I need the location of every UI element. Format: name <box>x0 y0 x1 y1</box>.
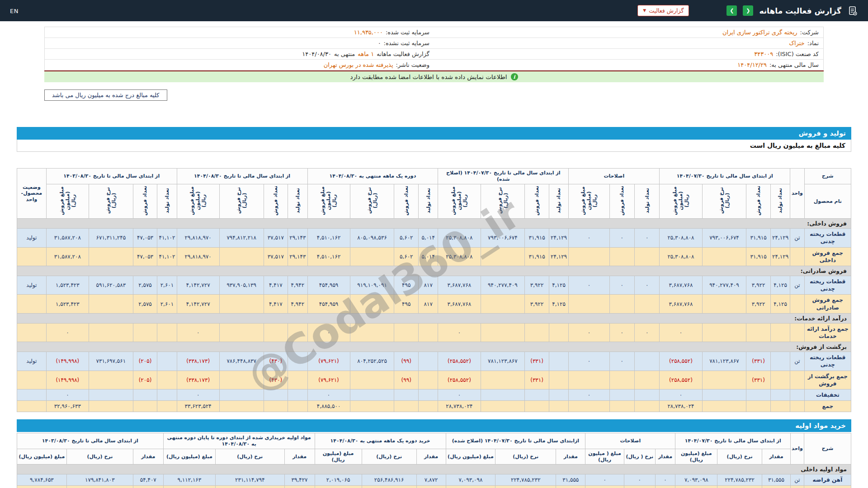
column-header: مبلغ (میلیون ریال) <box>163 449 215 465</box>
value-cell <box>635 295 660 313</box>
value-cell <box>746 389 771 400</box>
column-header: تعداد تولید <box>157 184 177 219</box>
info-value: پذیرفته شده در بورس تهران <box>324 61 393 68</box>
value-cell <box>89 295 133 313</box>
value-cell: ۹۴۰,۲۷۷,۴۰۹ <box>481 276 525 295</box>
value-cell: ۰ <box>177 389 219 400</box>
row-label: جمع <box>804 401 851 412</box>
value-cell <box>635 371 660 389</box>
unit-cell <box>790 247 804 266</box>
value-cell: (۹۹) <box>394 371 419 389</box>
column-group-header: از ابتدای سال مالی تا تاریخ ۱۴۰۴/۰۷/۳۰ <box>660 169 790 184</box>
info-value: ۳۴۳۰۰۹ <box>754 51 773 57</box>
value-cell <box>635 401 660 412</box>
value-cell: ۱,۴۱۷,۵۴۰,۵۰۰,۰۰۰ <box>717 486 762 488</box>
info-left-0: سرمایه ثبت شده:۱۱,۹۳۵,۰۰۰ <box>45 27 434 38</box>
value-cell: ۰ <box>569 276 609 295</box>
total-row: جمع۲۸,۷۳۸,۰۲۴۲۸,۷۳۸,۰۲۴۴,۸۸۵,۵۰۰۳۳,۶۲۳,۵… <box>17 401 851 412</box>
value-cell <box>288 389 307 400</box>
value-cell <box>89 389 133 400</box>
info-label: ۱۴۰۴/۰۸/۳۰ <box>302 51 331 57</box>
value-cell <box>481 389 525 400</box>
unit-cell <box>790 371 804 389</box>
value-cell: ۲۵۶,۴۸۶,۹۱۶ <box>362 474 416 486</box>
value-cell <box>549 323 568 342</box>
value-cell: ۰ <box>46 323 89 342</box>
section-row: فروش صادراتی: <box>17 266 851 276</box>
column-header: مقدار <box>416 449 446 465</box>
value-cell: (۳۳۸,۱۷۳) <box>177 371 219 389</box>
value-cell <box>549 352 568 371</box>
value-cell: ۰ <box>177 323 219 342</box>
language-toggle[interactable]: EN <box>10 8 19 14</box>
value-cell: ۷۸۱,۱۲۳,۸۶۷ <box>481 352 525 371</box>
company-info-row: نماد:ختراکسرمایه ثبت نشده:۰ <box>45 38 823 49</box>
column-header: تعداد تولید <box>549 184 568 219</box>
value-cell: ۰ <box>569 389 609 400</box>
value-cell: ۲۳۱,۱۱۴,۷۹۴ <box>216 474 285 486</box>
unit-cell: تن <box>790 352 804 371</box>
value-cell: ۲,۶۰۱ <box>157 276 177 295</box>
value-cell: ۲۹,۸۱۸,۹۷۰ <box>177 229 219 247</box>
column-header: تعداد تولید <box>288 184 307 219</box>
company-info-row: کد صنعت (ISIC):۳۴۳۰۰۹گزارش فعالیت ماهانه… <box>45 49 823 60</box>
prev-period-button[interactable]: ❮ <box>743 5 753 16</box>
value-cell: (۹۹) <box>394 352 419 371</box>
value-cell <box>133 401 157 412</box>
company-info-row: شرکت:ریخته گری تراکتور سازی ایرانسرمایه … <box>45 27 823 38</box>
value-cell <box>525 323 549 342</box>
value-cell: ۴,۱۲۵ <box>549 295 568 313</box>
value-cell: (۱۴۹,۹۹۸) <box>46 352 89 371</box>
value-cell <box>702 323 746 342</box>
info-label: سرمایه ثبت شده: <box>386 29 429 36</box>
value-cell: ۰ <box>585 486 624 488</box>
section-raw-materials-title: خرید مواد اولیه <box>795 422 846 430</box>
info-label: گزارش فعالیت ماهانه <box>377 51 429 57</box>
column-header: مقدار <box>762 449 790 465</box>
data-row: قطعات ریخته چدنیتن۴,۱۲۵۳,۹۲۲۹۴۰,۲۷۷,۴۰۹۳… <box>17 276 851 295</box>
value-cell: ۵۹۱,۶۲۰,۵۸۳ <box>89 276 133 295</box>
value-cell <box>746 323 771 342</box>
column-header: نرخ فروش (ریال) <box>481 184 525 219</box>
column-header: مبلغ (میلیون ریال) <box>17 449 67 465</box>
value-cell <box>264 389 288 400</box>
info-value: ریخته گری تراکتور سازی ایران <box>722 29 797 36</box>
value-cell <box>219 371 264 389</box>
total-row: جمع درآمد ارائه خدمات۰۰۰۰۰۰۰۰ <box>17 323 851 342</box>
page-title: گزارش فعالیت ماهانه <box>759 6 841 15</box>
value-cell <box>702 247 746 266</box>
value-cell: ۸۱۷ <box>419 276 438 295</box>
value-cell <box>702 295 746 313</box>
next-period-button[interactable]: ❯ <box>726 5 737 16</box>
column-group-header: از ابتدای سال مالی تا تاریخ ۱۴۰۴/۰۸/۳۰ <box>177 169 307 184</box>
value-cell: ۲,۵۷۵ <box>133 276 157 295</box>
column-header: تعداد فروش <box>746 184 771 219</box>
data-row: قطعات ریخته چدنیتن(۳۳۱)۷۸۱,۱۲۳,۸۶۷(۲۵۸,۵… <box>17 352 851 371</box>
value-cell <box>770 323 790 342</box>
data-row: تخفیفات۰۰۰۰۰۰ <box>17 389 851 400</box>
units-note-text: کلیه مبالغ به میلیون ریال است <box>750 142 845 149</box>
value-cell <box>157 323 177 342</box>
value-cell: ۳۱,۵۵۵ <box>556 474 585 486</box>
status-cell <box>17 295 47 313</box>
value-cell: ۹۳۷,۹۰۵,۱۳۹ <box>219 276 264 295</box>
value-cell: ۹۱۹,۱۰۹,۰۹۱ <box>350 276 394 295</box>
data-row: آهن قراضهتن۳۱,۵۵۵۲۲۴,۷۸۵,۲۳۲۷,۰۹۳,۰۹۸۰۰۰… <box>17 474 851 486</box>
column-group-header: از ابتدای سال مالی تا تاریخ ۱۴۰۳/۰۸/۳۰ <box>46 169 177 184</box>
value-cell: ۰ <box>307 323 350 342</box>
status-cell: تولید <box>17 276 47 295</box>
value-cell: (۲۰۵) <box>133 371 157 389</box>
section-row: مواد اولیه داخلی <box>17 465 851 474</box>
value-cell: ۳۱,۵۸۷,۲۰۸ <box>46 247 89 266</box>
value-cell: ۷۹۳,۰۰۶,۶۷۴ <box>702 229 746 247</box>
amounts-note-text: کلیه مبالغ درج شده به میلیون ریال می باش… <box>52 92 160 99</box>
value-cell: (۷۹,۶۲۱) <box>307 371 350 389</box>
info-left-3: وضعیت ناشر:پذیرفته شده در بورس تهران <box>45 60 434 70</box>
value-cell <box>525 401 549 412</box>
report-type-dropd own-button[interactable]: گزارش فعالیت ▼ <box>637 5 689 16</box>
value-cell: ۴۷,۰۵۳ <box>133 229 157 247</box>
total-row: جمع فروش صادراتی۴,۱۲۵۳,۹۲۲۳,۶۸۷,۷۶۸۴,۱۲۵… <box>17 295 851 313</box>
value-cell <box>481 323 525 342</box>
info-label: ۰ <box>378 40 381 47</box>
chevron-left-icon: ❯ <box>730 8 734 13</box>
